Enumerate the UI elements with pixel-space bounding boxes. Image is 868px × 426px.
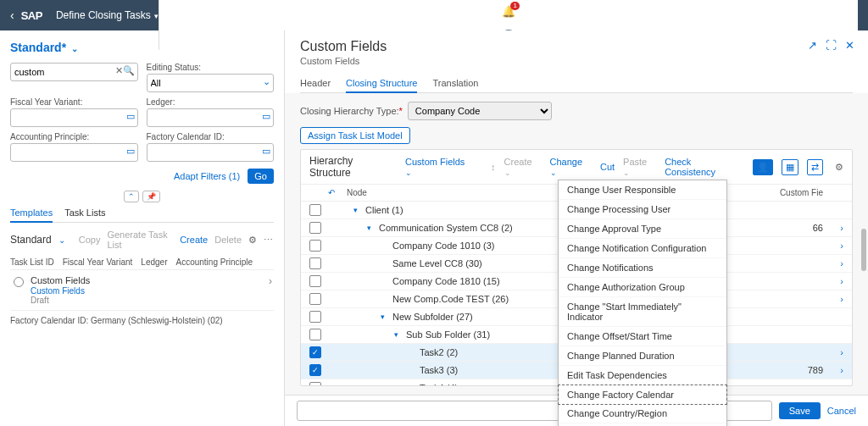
row-checkbox[interactable]: ✓ (309, 346, 321, 358)
create-link[interactable]: Create (180, 235, 208, 245)
expand-toggle-icon[interactable]: ▾ (381, 313, 389, 321)
fiscal-year-input[interactable] (10, 108, 138, 127)
row-nav-icon[interactable]: › (840, 383, 843, 385)
menu-item[interactable]: Edit Task Dependencies (559, 366, 726, 385)
tab-tasklists[interactable]: Task Lists (64, 204, 105, 222)
row-checkbox[interactable] (309, 311, 321, 323)
view-icon-2[interactable]: ▦ (782, 159, 798, 175)
acct-principle-label: Accounting Principle: (10, 132, 138, 141)
menu-item[interactable]: Change Processing User (559, 200, 726, 219)
acct-principle-input[interactable] (10, 143, 138, 162)
item-subtitle: Custom Fields (31, 286, 85, 296)
cancel-button[interactable]: Cancel (827, 406, 856, 416)
chevron-down-icon: ⌄ (405, 169, 412, 177)
copy-link: Copy (79, 235, 101, 245)
menu-item[interactable]: Change Notification Configuration (559, 239, 726, 258)
closing-hierarchy-select[interactable]: Company Code (408, 102, 552, 120)
list-item[interactable]: Custom Fields Custom Fields Draft › (10, 270, 274, 311)
row-checkbox[interactable] (309, 329, 321, 340)
row-nav-icon[interactable]: › (840, 276, 843, 286)
cut-link[interactable]: Cut (600, 162, 615, 172)
object-title: Custom Fields (300, 39, 853, 54)
collapse-up-icon[interactable]: ⌃ (124, 191, 139, 202)
scrollbar-thumb[interactable] (861, 229, 866, 271)
more-icon[interactable]: ⋯ (264, 235, 274, 246)
chevron-down-icon[interactable]: ⌄ (58, 235, 65, 245)
row-nav-icon[interactable]: › (840, 223, 843, 233)
clear-icon[interactable]: ✕ (115, 65, 123, 76)
menu-item[interactable]: Change Planned Duration (559, 346, 726, 366)
tab-translation[interactable]: Translation (432, 75, 478, 92)
row-checkbox[interactable] (309, 222, 321, 234)
node-label: New Comp.Code TEST (26) (392, 294, 509, 304)
detail-panel: Custom Fields Custom Fields ↗ ⛶ ✕ Header… (284, 30, 868, 426)
col-acct-principle: Accounting Principle (175, 257, 253, 267)
back-icon[interactable]: ‹ (10, 8, 14, 22)
tab-closing-structure[interactable]: Closing Structure (346, 75, 417, 93)
row-nav-icon[interactable]: › (840, 365, 843, 375)
close-icon[interactable]: ✕ (845, 39, 854, 52)
create-menu: Create ⌄ (504, 157, 542, 177)
open-new-window-icon[interactable]: ↗ (808, 39, 817, 52)
valuehelp-icon[interactable]: ▭ (126, 146, 135, 157)
row-checkbox[interactable] (309, 240, 321, 252)
menu-item[interactable]: Change "Start Immediately" Indicator (559, 297, 726, 327)
node-label: Sub Sub Folder (31) (406, 329, 490, 340)
undo-icon[interactable]: ↶ (328, 188, 343, 197)
row-nav-icon[interactable]: › (840, 241, 843, 251)
valuehelp-icon[interactable]: ▭ (262, 111, 270, 122)
menu-item[interactable]: Change Country/Region (559, 404, 726, 423)
tab-templates[interactable]: Templates (10, 204, 53, 223)
row-nav-icon[interactable]: › (840, 294, 843, 304)
row-checkbox[interactable] (309, 204, 321, 216)
menu-item[interactable]: Change Approval Type (559, 219, 726, 239)
menu-item[interactable]: Change Notifications (559, 258, 726, 278)
go-button[interactable]: Go (248, 169, 274, 184)
menu-item[interactable]: Change Offset/Start Time (559, 327, 726, 346)
valuehelp-icon[interactable]: ▭ (262, 146, 270, 157)
col-custom-field-2: Custom Fie (772, 188, 823, 197)
adapt-filters-link[interactable]: Adapt Filters (1) (174, 171, 240, 181)
fullscreen-icon[interactable]: ⛶ (826, 39, 837, 52)
menu-item[interactable]: Change Factory Calendar (558, 385, 727, 405)
app-title[interactable]: Define Closing Tasks▾ (56, 9, 159, 21)
valuehelp-icon[interactable]: ▭ (126, 111, 135, 122)
ledger-input[interactable] (147, 108, 275, 127)
table-settings-icon[interactable]: ⚙ (835, 162, 843, 173)
hierarchy-variant-selector[interactable]: Custom Fields ⌄ (405, 157, 474, 177)
expand-toggle-icon[interactable]: ▾ (367, 224, 376, 232)
save-button[interactable]: Save (779, 402, 821, 419)
row-checkbox[interactable]: ✓ (309, 364, 321, 376)
settings-icon[interactable]: ⚙ (248, 235, 257, 246)
expand-toggle-icon[interactable]: ▾ (353, 206, 362, 214)
row-checkbox[interactable] (309, 293, 321, 305)
assign-tasklist-button[interactable]: Assign Task List Model (300, 127, 410, 144)
view-icon-3[interactable]: ⇄ (807, 159, 823, 175)
menu-item[interactable]: Change Authorization Group (559, 278, 726, 297)
expand-toggle-icon[interactable]: ▾ (394, 330, 403, 339)
pin-icon[interactable]: 📌 (142, 191, 160, 202)
row-checkbox[interactable] (309, 275, 321, 287)
radio-button[interactable] (14, 277, 24, 287)
item-title: Custom Fields (31, 275, 269, 285)
generate-link: Generate Task List (107, 230, 173, 250)
row-nav-icon[interactable]: › (840, 258, 843, 268)
menu-item[interactable]: Change User Responsible (559, 180, 726, 200)
check-consistency-link[interactable]: Check Consistency (665, 157, 744, 177)
delete-link: Delete (214, 235, 242, 245)
editing-status-select[interactable] (147, 74, 275, 92)
node-label: Communication System CC8 (2) (379, 223, 513, 233)
editing-status-label: Editing Status: (147, 63, 275, 72)
node-label: Company Code 1010 (3) (392, 241, 494, 251)
notification-icon[interactable]: 🔔1 (502, 5, 515, 18)
factory-cal-input[interactable] (147, 143, 275, 162)
tab-header[interactable]: Header (300, 75, 331, 92)
row-checkbox[interactable] (309, 382, 321, 385)
sap-logo: SAP (21, 9, 42, 22)
change-menu[interactable]: Change ⌄ (550, 157, 592, 177)
row-checkbox[interactable] (309, 257, 321, 269)
search-icon[interactable]: 🔍 (123, 65, 135, 76)
view-icon-1[interactable]: 👤 (753, 159, 773, 175)
chevron-down-icon[interactable]: ⌄ (263, 76, 270, 87)
row-nav-icon[interactable]: › (840, 347, 843, 357)
